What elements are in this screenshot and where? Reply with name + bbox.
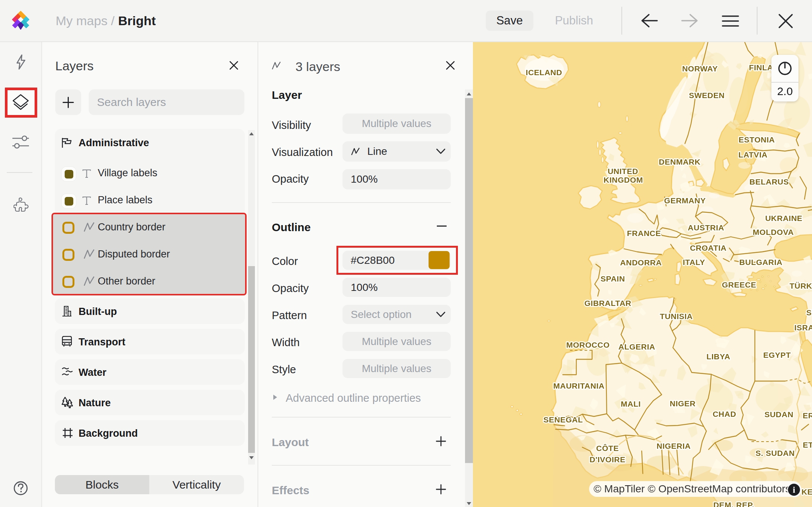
svg-text:ERITREA: ERITREA xyxy=(803,411,812,420)
svg-text:NORWAY: NORWAY xyxy=(682,64,718,73)
svg-text:ICELAND: ICELAND xyxy=(526,68,562,77)
svg-text:AUSTRIA: AUSTRIA xyxy=(688,223,724,232)
svg-text:MOROCCO: MOROCCO xyxy=(566,341,610,349)
svg-text:ISRAEL: ISRAEL xyxy=(794,323,812,332)
svg-text:LATVIA: LATVIA xyxy=(738,150,767,159)
svg-text:FRANCE: FRANCE xyxy=(627,229,661,238)
svg-text:TUNISIA: TUNISIA xyxy=(660,312,693,321)
svg-text:D'IVOIRE: D'IVOIRE xyxy=(589,455,625,464)
svg-text:GIBRALTAR: GIBRALTAR xyxy=(584,299,631,307)
svg-text:BELARUS: BELARUS xyxy=(749,177,789,186)
svg-text:MALI: MALI xyxy=(621,400,641,408)
svg-text:NIGERIA: NIGERIA xyxy=(656,442,691,450)
svg-text:DENMARK: DENMARK xyxy=(659,157,701,166)
svg-text:KINGDOM: KINGDOM xyxy=(604,176,643,184)
svg-text:ITALY: ITALY xyxy=(683,258,705,266)
svg-text:SPAIN: SPAIN xyxy=(600,274,625,283)
svg-text:GREECE: GREECE xyxy=(722,280,756,289)
svg-text:NIGER: NIGER xyxy=(670,399,695,408)
svg-text:BULGARIA: BULGARIA xyxy=(739,258,783,266)
svg-text:MAURITANIA: MAURITANIA xyxy=(553,381,604,390)
svg-text:ANDORRA: ANDORRA xyxy=(620,258,662,267)
svg-text:CÔTE: CÔTE xyxy=(596,444,619,453)
svg-text:EGYPT: EGYPT xyxy=(763,351,791,359)
svg-text:KENYA: KENYA xyxy=(801,487,812,496)
svg-text:MOLDOVA: MOLDOVA xyxy=(753,228,794,236)
svg-text:UNITED: UNITED xyxy=(607,167,638,176)
svg-text:SENEGAL: SENEGAL xyxy=(543,415,583,424)
svg-text:TÜRKİYE: TÜRKİYE xyxy=(789,281,812,290)
svg-text:GERMANY: GERMANY xyxy=(664,196,706,205)
svg-text:ETHIOPIA: ETHIOPIA xyxy=(803,440,812,449)
svg-text:CHAD: CHAD xyxy=(713,410,736,418)
svg-text:ALGERIA: ALGERIA xyxy=(618,342,655,351)
svg-text:UKRAINE: UKRAINE xyxy=(765,214,802,222)
svg-text:SUDAN: SUDAN xyxy=(764,410,793,419)
svg-text:SWEDEN: SWEDEN xyxy=(689,91,724,100)
svg-text:DEM. REP.: DEM. REP. xyxy=(713,501,754,507)
svg-text:S. SUDAN: S. SUDAN xyxy=(756,449,795,457)
svg-text:LIBYA: LIBYA xyxy=(706,352,730,361)
svg-text:ESTONIA: ESTONIA xyxy=(739,135,775,144)
svg-text:SYRIA: SYRIA xyxy=(806,308,812,317)
svg-text:CROATIA: CROATIA xyxy=(690,244,727,252)
